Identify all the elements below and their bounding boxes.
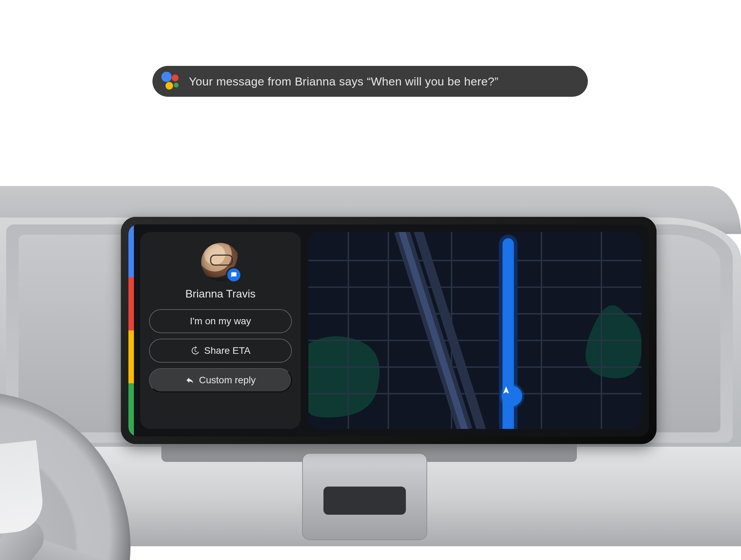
incoming-message-card: Brianna Travis I'm on my way Share ETA C… [140,232,301,429]
quick-reply-button[interactable]: I'm on my way [149,309,292,333]
chat-bubble-icon [231,272,237,278]
current-location-marker [502,386,522,406]
clock-share-icon [191,346,200,355]
assistant-rainbow-bar [128,224,134,436]
quick-reply-label: I'm on my way [190,316,251,327]
custom-reply-label: Custom reply [199,375,256,386]
reply-arrow-icon [185,376,194,385]
navigation-map[interactable] [308,232,641,429]
share-eta-label: Share ETA [204,345,251,356]
contact-avatar [201,243,240,281]
contact-name: Brianna Travis [185,288,256,300]
navigation-arrow-icon [502,386,511,395]
google-assistant-icon [161,72,180,91]
map-canvas [308,232,641,429]
head-unit-screen: Brianna Travis I'm on my way Share ETA C… [121,217,657,444]
assistant-transcript: Your message from Brianna says “When wil… [189,75,499,88]
steering-wheel [0,392,130,560]
share-eta-button[interactable]: Share ETA [149,339,292,363]
assistant-speech-bubble: Your message from Brianna says “When wil… [152,66,588,97]
message-source-badge [226,267,242,283]
custom-reply-button[interactable]: Custom reply [149,368,292,392]
